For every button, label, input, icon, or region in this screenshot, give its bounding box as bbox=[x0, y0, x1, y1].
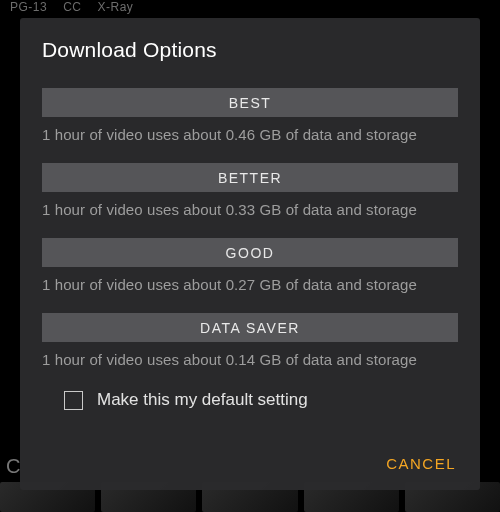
background-meta-bar: PG-13 CC X-Ray bbox=[0, 0, 500, 16]
dialog-footer: CANCEL bbox=[42, 437, 458, 476]
quality-option-data-saver[interactable]: DATA SAVER bbox=[42, 313, 458, 342]
quality-desc-data-saver: 1 hour of video uses about 0.14 GB of da… bbox=[42, 351, 458, 368]
quality-desc-best: 1 hour of video uses about 0.46 GB of da… bbox=[42, 126, 458, 143]
quality-desc-good: 1 hour of video uses about 0.27 GB of da… bbox=[42, 276, 458, 293]
xray-badge: X-Ray bbox=[98, 0, 134, 14]
background-section-letter: C bbox=[6, 455, 20, 478]
quality-option-good[interactable]: GOOD bbox=[42, 238, 458, 267]
download-options-dialog: Download Options BEST 1 hour of video us… bbox=[20, 18, 480, 490]
quality-option-best[interactable]: BEST bbox=[42, 88, 458, 117]
cc-badge: CC bbox=[63, 0, 81, 14]
cancel-button[interactable]: CANCEL bbox=[384, 451, 458, 476]
quality-desc-better: 1 hour of video uses about 0.33 GB of da… bbox=[42, 201, 458, 218]
default-setting-checkbox[interactable] bbox=[64, 391, 83, 410]
default-setting-label: Make this my default setting bbox=[97, 390, 308, 410]
rating-badge: PG-13 bbox=[10, 0, 47, 14]
dialog-title: Download Options bbox=[42, 38, 458, 62]
quality-option-better[interactable]: BETTER bbox=[42, 163, 458, 192]
default-setting-row[interactable]: Make this my default setting bbox=[64, 390, 458, 410]
